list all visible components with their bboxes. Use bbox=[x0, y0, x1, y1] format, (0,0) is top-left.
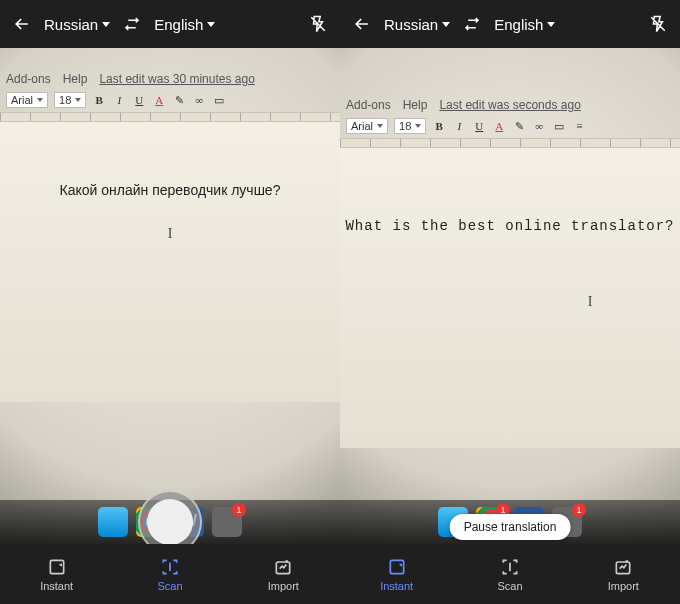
nav-import-label: Import bbox=[608, 580, 639, 592]
bottom-nav: Instant Scan Import bbox=[340, 544, 680, 604]
right-screenshot: Russian English Add-ons Help Last edit w… bbox=[340, 0, 680, 604]
svg-rect-0 bbox=[50, 560, 63, 573]
doc-text-line: What is the best online translator? bbox=[340, 218, 680, 234]
image-icon: ▭ bbox=[552, 119, 566, 133]
swap-languages-button[interactable] bbox=[454, 15, 490, 33]
font-size-picker: 18 bbox=[54, 92, 86, 108]
scan-icon bbox=[500, 557, 520, 577]
source-language-picker[interactable]: Russian bbox=[40, 16, 114, 33]
menu-addons: Add-ons bbox=[346, 98, 391, 112]
instant-icon bbox=[387, 557, 407, 577]
underline-icon: U bbox=[132, 93, 146, 107]
doc-ruler bbox=[340, 138, 680, 148]
last-edit-text: Last edit was 30 minutes ago bbox=[99, 72, 254, 86]
doc-toolbar: Arial 18 B I U A ✎ ∞ ▭ bbox=[0, 90, 340, 110]
camera-viewfinder: Add-ons Help Last edit was seconds ago A… bbox=[340, 48, 680, 544]
target-language-label: English bbox=[154, 16, 203, 33]
doc-ruler bbox=[0, 112, 340, 122]
arrow-left-icon bbox=[352, 14, 372, 34]
swap-icon bbox=[463, 15, 481, 33]
text-cursor-icon: I bbox=[586, 294, 594, 310]
target-language-label: English bbox=[494, 16, 543, 33]
back-button[interactable] bbox=[4, 14, 40, 34]
doc-menu-bar: Add-ons Help Last edit was 30 minutes ag… bbox=[0, 68, 340, 90]
menu-help: Help bbox=[403, 98, 428, 112]
shutter-inner bbox=[147, 499, 193, 544]
chevron-down-icon bbox=[547, 22, 555, 27]
nav-import-label: Import bbox=[268, 580, 299, 592]
link-icon: ∞ bbox=[532, 119, 546, 133]
underline-icon: U bbox=[472, 119, 486, 133]
doc-page: What is the best online translator? I bbox=[340, 148, 680, 448]
flash-toggle-button[interactable] bbox=[300, 15, 336, 33]
target-language-picker[interactable]: English bbox=[490, 16, 559, 33]
doc-menu-bar: Add-ons Help Last edit was seconds ago bbox=[340, 94, 680, 116]
translator-header: Russian English bbox=[340, 0, 680, 48]
font-picker: Arial bbox=[6, 92, 48, 108]
flash-off-icon bbox=[649, 15, 667, 33]
nav-instant[interactable]: Instant bbox=[22, 557, 92, 592]
notification-badge: 1 bbox=[572, 503, 586, 517]
import-icon bbox=[273, 557, 293, 577]
pause-translation-label: Pause translation bbox=[464, 520, 557, 534]
font-size-picker: 18 bbox=[394, 118, 426, 134]
align-icon: ≡ bbox=[572, 119, 586, 133]
left-screenshot: Russian English Add-ons Help Last edit w… bbox=[0, 0, 340, 604]
text-color-icon: A bbox=[152, 93, 166, 107]
menu-help: Help bbox=[63, 72, 88, 86]
dock-finder-icon bbox=[98, 507, 128, 537]
last-edit-text: Last edit was seconds ago bbox=[439, 98, 580, 112]
nav-scan-label: Scan bbox=[157, 580, 182, 592]
notification-badge: 1 bbox=[232, 503, 246, 517]
shutter-button[interactable] bbox=[138, 490, 202, 544]
flash-toggle-button[interactable] bbox=[640, 15, 676, 33]
document-in-camera: Add-ons Help Last edit was 30 minutes ag… bbox=[0, 68, 340, 402]
instant-icon bbox=[47, 557, 67, 577]
highlight-icon: ✎ bbox=[512, 119, 526, 133]
doc-toolbar: Arial 18 B I U A ✎ ∞ ▭ ≡ bbox=[340, 116, 680, 136]
flash-off-icon bbox=[309, 15, 327, 33]
menu-addons: Add-ons bbox=[6, 72, 51, 86]
import-icon bbox=[613, 557, 633, 577]
image-icon: ▭ bbox=[212, 93, 226, 107]
bottom-nav: Instant Scan Import bbox=[0, 544, 340, 604]
nav-scan[interactable]: Scan bbox=[135, 557, 205, 592]
nav-scan[interactable]: Scan bbox=[475, 557, 545, 592]
pause-translation-button[interactable]: Pause translation bbox=[450, 514, 571, 540]
link-icon: ∞ bbox=[192, 93, 206, 107]
nav-instant-label: Instant bbox=[380, 580, 413, 592]
translator-header: Russian English bbox=[0, 0, 340, 48]
doc-page: Какой онлайн переводчик лучше? I bbox=[0, 122, 340, 402]
doc-text-line: Какой онлайн переводчик лучше? bbox=[0, 182, 340, 198]
camera-viewfinder: Add-ons Help Last edit was 30 minutes ag… bbox=[0, 48, 340, 544]
nav-instant[interactable]: Instant bbox=[362, 557, 432, 592]
bold-icon: B bbox=[92, 93, 106, 107]
highlight-icon: ✎ bbox=[172, 93, 186, 107]
font-picker: Arial bbox=[346, 118, 388, 134]
target-language-picker[interactable]: English bbox=[150, 16, 219, 33]
nav-import[interactable]: Import bbox=[588, 557, 658, 592]
bold-icon: B bbox=[432, 119, 446, 133]
nav-scan-label: Scan bbox=[497, 580, 522, 592]
italic-icon: I bbox=[112, 93, 126, 107]
svg-rect-2 bbox=[390, 560, 403, 573]
italic-icon: I bbox=[452, 119, 466, 133]
swap-icon bbox=[123, 15, 141, 33]
back-button[interactable] bbox=[344, 14, 380, 34]
source-language-label: Russian bbox=[384, 16, 438, 33]
scan-icon bbox=[160, 557, 180, 577]
chevron-down-icon bbox=[102, 22, 110, 27]
nav-import[interactable]: Import bbox=[248, 557, 318, 592]
chevron-down-icon bbox=[442, 22, 450, 27]
nav-instant-label: Instant bbox=[40, 580, 73, 592]
text-color-icon: A bbox=[492, 119, 506, 133]
arrow-left-icon bbox=[12, 14, 32, 34]
source-language-label: Russian bbox=[44, 16, 98, 33]
swap-languages-button[interactable] bbox=[114, 15, 150, 33]
text-cursor-icon: I bbox=[166, 226, 174, 242]
chevron-down-icon bbox=[207, 22, 215, 27]
source-language-picker[interactable]: Russian bbox=[380, 16, 454, 33]
document-in-camera: Add-ons Help Last edit was seconds ago A… bbox=[340, 94, 680, 448]
